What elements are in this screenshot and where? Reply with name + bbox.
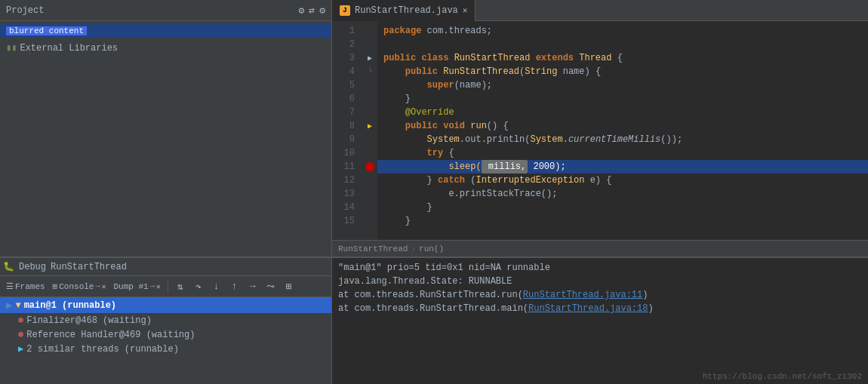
- watermark: https://blog.csdn.net/soft_z1302: [703, 372, 862, 381]
- frames-tab[interactable]: ☰ Frames: [3, 278, 48, 295]
- debug-title-bar: 🐛 Debug RunStartThread: [0, 258, 331, 276]
- project-sidebar: Project ⚙ ⇄ ⚙ blurred content ▮▮ Externa…: [0, 0, 332, 257]
- dump-tab[interactable]: Dump #1 → ✕: [111, 278, 164, 295]
- code-line-15: }: [383, 214, 862, 228]
- gutter-5: [362, 78, 377, 92]
- dump-arrow: →: [150, 282, 155, 290]
- console-tab[interactable]: ⊞ Console → ✕: [50, 278, 109, 295]
- gutter-4: └: [362, 65, 377, 78]
- thread-main[interactable]: ▶ ▼ main@1 (runnable): [0, 297, 331, 313]
- code-line-11: sleep( millis, 2000);: [377, 160, 868, 174]
- breadcrumb-class[interactable]: RunStartThread: [338, 244, 408, 253]
- code-line-4: public RunStartThread(String name) {: [383, 65, 862, 78]
- thread-main-label: main@1 (runnable): [24, 300, 116, 311]
- tab-filename: RunStartThread.java: [355, 5, 458, 16]
- editor-tab-active[interactable]: J RunStartThread.java ✕: [332, 0, 476, 21]
- code-line-5: super(name);: [383, 78, 862, 92]
- console-plus: ✕: [101, 282, 106, 291]
- debug-title: 🐛: [3, 261, 14, 272]
- breakpoint-11[interactable]: [365, 162, 374, 171]
- sync-icon[interactable]: ⇄: [309, 5, 315, 17]
- code-line-3: public class RunStartThread extends Thre…: [383, 51, 862, 65]
- run-to-cursor-btn[interactable]: ⤳: [263, 278, 279, 295]
- breadcrumb-separator: ›: [411, 244, 416, 253]
- gutter-12: [362, 174, 377, 187]
- breadcrumb: RunStartThread › run(): [332, 240, 868, 257]
- fold-marker-4[interactable]: └: [368, 68, 372, 76]
- debug-toolbar: ☰ Frames ⊞ Console → ✕ Dump #1 → ✕ ⇅ ↷ ↓…: [0, 276, 331, 297]
- console-panel: "main@1" prio=5 tid=0x1 nid=NA runnable …: [332, 258, 868, 384]
- thread-finalizer-label: Finalizer@468 (waiting): [26, 315, 152, 326]
- debug-tab-label[interactable]: RunStartThread: [51, 262, 127, 272]
- console-link-1[interactable]: RunStartThread.java:11: [523, 290, 642, 300]
- thread-ref-handler-label: Reference Handler@469 (waiting): [26, 330, 195, 340]
- similar-threads-label: 2 similar threads (runnable): [26, 344, 179, 355]
- gutter-8: ▶: [362, 119, 377, 133]
- dump-label: Dump #1: [114, 282, 149, 291]
- gutter-15: [362, 214, 377, 228]
- gutter-9: [362, 133, 377, 146]
- sidebar-highlighted-item[interactable]: blurred content: [0, 24, 331, 38]
- frames-label: Frames: [15, 282, 45, 291]
- similar-threads-icon: ▶: [18, 343, 23, 355]
- thread-filter-icon: ▼: [15, 300, 20, 311]
- gutter-1: [362, 24, 377, 38]
- code-line-12: } catch (InterruptedException e) {: [383, 174, 862, 187]
- step-over-btn[interactable]: ↷: [190, 278, 207, 295]
- step-out-btn[interactable]: ↑: [226, 278, 243, 295]
- console-content: "main@1" prio=5 tid=0x1 nid=NA runnable …: [332, 258, 868, 384]
- settings-icon[interactable]: ⚙: [299, 5, 305, 17]
- gutter-11: [362, 160, 377, 174]
- code-line-1: package com.threads;: [383, 24, 862, 38]
- gutter-14: [362, 201, 377, 214]
- evaluate-btn[interactable]: ⊞: [281, 278, 297, 295]
- resume-btn[interactable]: →: [245, 278, 261, 295]
- sidebar-ext-libraries[interactable]: ▮▮ External Libraries: [0, 39, 331, 57]
- gutter-3: ▶: [362, 51, 377, 65]
- console-label: Console: [59, 282, 94, 291]
- thread-arrow-icon: ▶: [6, 299, 12, 312]
- gutter-2: [362, 38, 377, 51]
- thread-finalizer[interactable]: ⊛ Finalizer@468 (waiting): [0, 313, 331, 327]
- gutter-13: [362, 187, 377, 201]
- toolbar-sep-1: [168, 281, 168, 293]
- thread-waiting-icon-1: ⊛: [18, 315, 23, 326]
- sidebar-content: blurred content ▮▮ External Libraries: [0, 21, 331, 257]
- code-line-6: }: [383, 92, 862, 106]
- breadcrumb-method[interactable]: run(): [419, 244, 444, 253]
- expand-arrow-3[interactable]: ▶: [368, 54, 372, 63]
- code-line-7: @Override: [383, 106, 862, 119]
- dump-plus: ✕: [156, 282, 161, 291]
- console-line4-end: ): [648, 303, 653, 314]
- console-line-3: at com.threads.RunStartThread.run(RunSta…: [338, 288, 862, 302]
- java-file-icon: J: [340, 5, 350, 16]
- console-line3-text: at com.threads.RunStartThread.run(: [338, 290, 523, 300]
- console-line4-text: at com.threads.RunStartThread.main(: [338, 303, 528, 314]
- editor-tabs: J RunStartThread.java ✕: [332, 0, 868, 21]
- code-line-9: System.out.println(System.currentTimeMil…: [383, 133, 862, 146]
- gutter: ▶ └ ▶: [362, 21, 377, 240]
- tab-close-button[interactable]: ✕: [463, 5, 468, 15]
- gutter-7: [362, 106, 377, 119]
- sort-btn[interactable]: ⇅: [172, 278, 189, 295]
- console-link-2[interactable]: RunStartThread.java:18: [528, 303, 648, 314]
- similar-threads[interactable]: ▶ 2 similar threads (runnable): [0, 342, 331, 356]
- console-arrow: →: [95, 282, 100, 290]
- console-line-1: "main@1" prio=5 tid=0x1 nid=NA runnable: [338, 261, 862, 275]
- gear-icon[interactable]: ⚙: [319, 5, 325, 17]
- gutter-10: [362, 146, 377, 160]
- debug-threads-list: ▶ ▼ main@1 (runnable) ⊛ Finalizer@468 (w…: [0, 297, 331, 384]
- thread-ref-handler[interactable]: ⊛ Reference Handler@469 (waiting): [0, 327, 331, 342]
- console-icon: ⊞: [53, 281, 58, 291]
- debug-label: Debug: [19, 262, 46, 272]
- console-line3-end: ): [642, 290, 648, 300]
- step-into-btn[interactable]: ↓: [208, 278, 225, 295]
- thread-waiting-icon-2: ⊛: [18, 329, 23, 340]
- console-line-4: at com.threads.RunStartThread.main(RunSt…: [338, 302, 862, 315]
- frames-icon: ☰: [6, 281, 14, 291]
- code-line-14: }: [383, 201, 862, 214]
- chart-icon: ▮▮: [6, 42, 17, 54]
- sidebar-title: Project: [6, 5, 44, 16]
- exec-marker-8: ▶: [368, 121, 372, 131]
- code-line-13: e.printStackTrace();: [383, 187, 862, 201]
